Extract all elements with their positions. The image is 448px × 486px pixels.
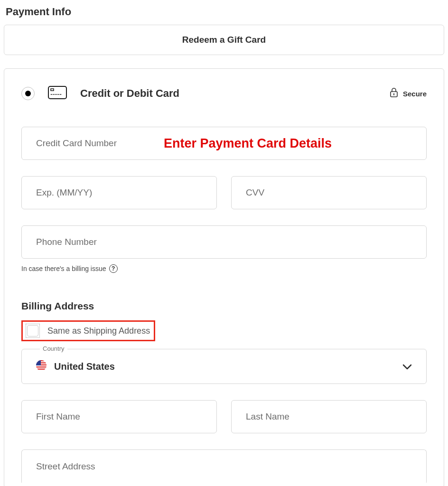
same-as-shipping-highlight: Same as Shipping Address — [21, 320, 155, 341]
svg-rect-0 — [48, 86, 66, 99]
payment-method-panel: Credit or Debit Card Secure Enter Paymen… — [4, 68, 444, 486]
radio-dot-icon — [25, 91, 31, 96]
help-icon[interactable]: ? — [109, 264, 118, 273]
us-flag-icon — [36, 360, 47, 373]
billing-address-title: Billing Address — [21, 300, 427, 312]
chevron-down-icon — [402, 360, 412, 373]
phone-number-input[interactable] — [21, 225, 427, 259]
secure-label: Secure — [403, 90, 427, 98]
payment-method-header: Credit or Debit Card Secure — [21, 86, 427, 101]
expiration-input[interactable] — [21, 176, 217, 209]
first-name-input[interactable] — [21, 400, 217, 433]
payment-method-title: Credit or Debit Card — [80, 87, 179, 100]
page-title: Payment Info — [6, 6, 444, 18]
phone-help-text: In case there's a billing issue — [21, 265, 106, 272]
country-float-label: Country — [40, 345, 67, 352]
payment-method-radio[interactable] — [21, 87, 35, 100]
lock-icon — [390, 87, 398, 100]
credit-card-icon — [48, 86, 67, 101]
svg-rect-14 — [36, 369, 47, 370]
svg-rect-10 — [36, 360, 47, 361]
last-name-input[interactable] — [231, 400, 427, 433]
credit-card-number-input[interactable] — [21, 127, 427, 160]
country-select[interactable]: Country United States — [21, 349, 427, 384]
same-as-shipping-checkbox[interactable] — [27, 325, 38, 336]
svg-rect-15 — [36, 360, 41, 365]
cvv-input[interactable] — [231, 176, 427, 209]
same-as-shipping-label: Same as Shipping Address — [47, 326, 150, 336]
redeem-gift-card-button[interactable]: Redeem a Gift Card — [4, 25, 444, 55]
country-value: United States — [54, 361, 115, 372]
svg-rect-13 — [36, 366, 47, 367]
street-address-input[interactable] — [21, 449, 427, 483]
svg-rect-1 — [51, 89, 54, 91]
